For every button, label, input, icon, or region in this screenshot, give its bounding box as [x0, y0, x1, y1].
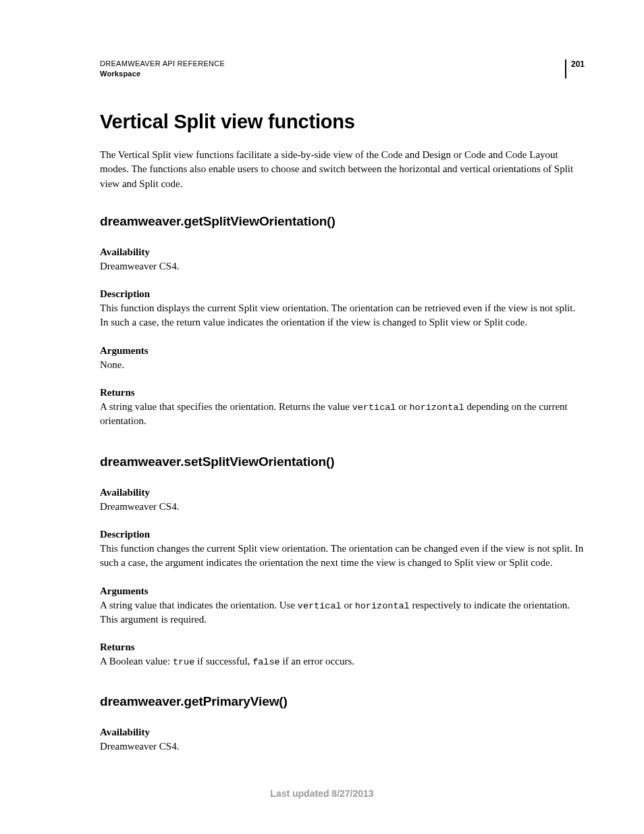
- code-literal: vertical: [352, 402, 396, 413]
- availability-label: Availability: [100, 246, 585, 258]
- function-heading: dreamweaver.setSplitViewOrientation(): [100, 454, 585, 469]
- arguments-text: A string value that indicates the orient…: [100, 598, 585, 627]
- arguments-label: Arguments: [100, 345, 585, 357]
- header-reference: DREAMWEAVER API REFERENCE: [100, 59, 565, 68]
- availability-text: Dreamweaver CS4.: [100, 259, 585, 273]
- code-literal: false: [252, 657, 280, 667]
- returns-text: A string value that specifies the orient…: [100, 400, 585, 429]
- code-literal: horizontal: [409, 402, 464, 413]
- code-literal: vertical: [298, 601, 342, 611]
- page-header: DREAMWEAVER API REFERENCE Workspace 201: [100, 59, 585, 78]
- returns-label: Returns: [100, 387, 585, 398]
- description-text: This function displays the current Split…: [100, 301, 585, 330]
- intro-paragraph: The Vertical Split view functions facili…: [100, 148, 585, 191]
- page-footer: Last updated 8/27/2013: [0, 788, 644, 799]
- returns-label: Returns: [100, 642, 585, 653]
- page-number: 201: [571, 59, 585, 69]
- function-heading: dreamweaver.getPrimaryView(): [100, 694, 585, 709]
- arguments-label: Arguments: [100, 585, 585, 597]
- page-number-container: 201: [565, 59, 585, 78]
- code-literal: horizontal: [355, 601, 410, 611]
- availability-text: Dreamweaver CS4.: [100, 500, 585, 514]
- returns-text: A Boolean value: true if successful, fal…: [100, 654, 585, 669]
- description-label: Description: [100, 529, 585, 540]
- function-heading: dreamweaver.getSplitViewOrientation(): [100, 214, 585, 229]
- availability-label: Availability: [100, 727, 585, 738]
- availability-label: Availability: [100, 487, 585, 498]
- code-literal: true: [173, 657, 194, 667]
- arguments-text: None.: [100, 358, 585, 372]
- description-label: Description: [100, 288, 585, 300]
- availability-text: Dreamweaver CS4.: [100, 739, 585, 754]
- page-title: Vertical Split view functions: [100, 111, 585, 133]
- description-text: This function changes the current Split …: [100, 542, 585, 571]
- header-section: Workspace: [100, 70, 565, 78]
